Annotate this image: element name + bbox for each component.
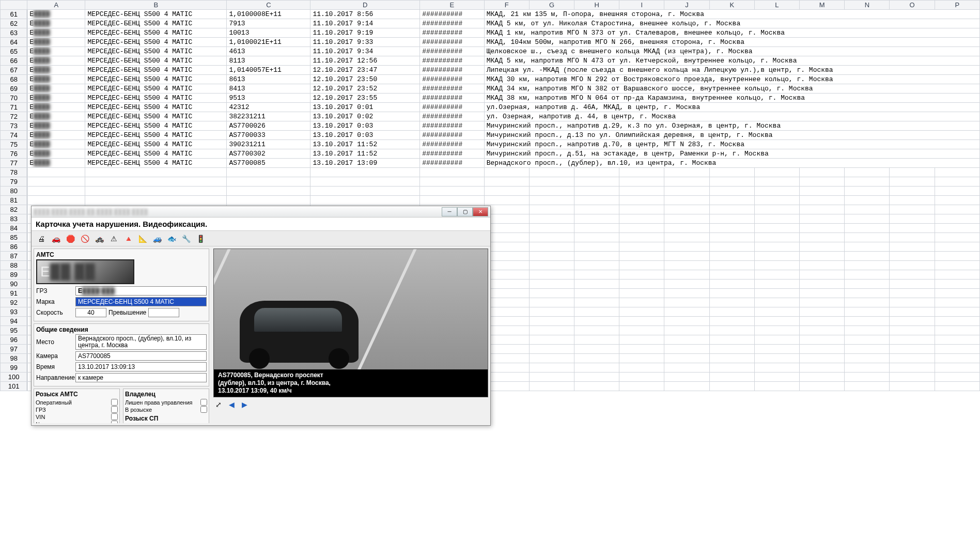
cell[interactable]	[754, 214, 799, 224]
cell[interactable]	[529, 270, 574, 280]
cell[interactable]	[529, 224, 574, 233]
cell[interactable]	[529, 168, 574, 177]
cell[interactable]	[709, 363, 754, 373]
row-number[interactable]: 99	[1, 363, 27, 373]
cell[interactable]	[664, 261, 709, 270]
cell[interactable]	[800, 289, 845, 298]
cell[interactable]	[619, 307, 664, 317]
cell[interactable]	[754, 345, 799, 354]
col-header-P[interactable]: P	[935, 1, 979, 10]
cell[interactable]: Е████	[27, 10, 85, 19]
cell[interactable]	[845, 354, 890, 363]
cell[interactable]	[800, 373, 845, 382]
row-number[interactable]: 91	[1, 289, 27, 298]
row-number[interactable]: 83	[1, 214, 27, 224]
cell[interactable]: Мичуринский просп., д.51, на эстакаде, в…	[484, 149, 979, 159]
cell[interactable]	[935, 270, 979, 280]
cell[interactable]	[529, 363, 574, 373]
cell[interactable]	[800, 335, 845, 345]
cell[interactable]	[800, 242, 845, 252]
cell[interactable]	[574, 233, 619, 242]
cell[interactable]: Е████	[27, 84, 85, 94]
cell[interactable]	[845, 289, 890, 298]
cell[interactable]	[619, 335, 664, 345]
cell[interactable]	[619, 289, 664, 298]
cell[interactable]	[709, 242, 754, 252]
row-number[interactable]: 64	[1, 38, 27, 47]
cell[interactable]	[529, 280, 574, 289]
cell[interactable]	[664, 270, 709, 280]
cell[interactable]	[664, 345, 709, 354]
cell[interactable]	[664, 242, 709, 252]
cell[interactable]: Е████	[27, 112, 85, 121]
cell[interactable]	[619, 270, 664, 280]
cell[interactable]: МЕРСЕДЕС-БЕНЦ S500 4 MATIC	[85, 103, 227, 112]
cell[interactable]	[619, 345, 664, 354]
cell[interactable]	[890, 205, 935, 214]
cell[interactable]	[935, 214, 979, 224]
row-number[interactable]: 78	[1, 168, 27, 177]
cell[interactable]: 13.10.2017 13:09	[310, 159, 420, 168]
cell[interactable]: Е████	[27, 94, 85, 103]
cell[interactable]	[800, 354, 845, 363]
toolbar-icon-9[interactable]: 🐟	[166, 233, 177, 244]
cell[interactable]: Е████	[27, 47, 85, 56]
cell[interactable]: 1,0140057E+11	[227, 66, 310, 75]
cell[interactable]	[709, 382, 754, 391]
cell[interactable]	[800, 298, 845, 307]
cell[interactable]	[619, 326, 664, 335]
cell[interactable]: МЕРСЕДЕС-БЕНЦ S500 4 MATIC	[85, 19, 227, 28]
direction-input[interactable]: к камере	[75, 373, 207, 382]
cell[interactable]	[709, 326, 754, 335]
cell[interactable]	[709, 224, 754, 233]
cell[interactable]	[845, 168, 890, 177]
cell[interactable]: 7913	[227, 19, 310, 28]
cell[interactable]	[935, 252, 979, 261]
cell[interactable]	[529, 354, 574, 363]
cell[interactable]	[574, 252, 619, 261]
cell[interactable]	[619, 363, 664, 373]
cell[interactable]: МЕРСЕДЕС-БЕНЦ S500 4 MATIC	[85, 149, 227, 159]
cell[interactable]	[800, 326, 845, 335]
cell[interactable]	[890, 373, 935, 382]
row-number[interactable]: 72	[1, 112, 27, 121]
cell[interactable]	[754, 187, 799, 196]
cell[interactable]	[664, 177, 709, 187]
toolbar-icon-8[interactable]: 🚙	[151, 233, 163, 244]
cell[interactable]	[484, 224, 529, 233]
cell[interactable]	[754, 363, 799, 373]
cell[interactable]	[845, 205, 890, 214]
col-header-A[interactable]: A	[27, 1, 85, 10]
row-number[interactable]: 92	[1, 298, 27, 307]
cell[interactable]	[709, 345, 754, 354]
cell[interactable]	[845, 214, 890, 224]
cell[interactable]	[529, 205, 574, 214]
row-number[interactable]: 89	[1, 270, 27, 280]
cell[interactable]: AS7700085	[227, 159, 310, 168]
cell[interactable]	[574, 242, 619, 252]
cell[interactable]	[484, 252, 529, 261]
cell[interactable]: 13.10.2017 0:03	[310, 131, 420, 140]
cell[interactable]: МКАД, 104км 500м, напротив МГО N 266, вн…	[484, 38, 979, 47]
cell[interactable]	[529, 373, 574, 382]
cell[interactable]	[664, 205, 709, 214]
cell[interactable]: МЕРСЕДЕС-БЕНЦ S500 4 MATIC	[85, 159, 227, 168]
cell[interactable]: ##########	[420, 112, 485, 121]
cell[interactable]	[574, 335, 619, 345]
cell[interactable]	[85, 177, 227, 187]
cell[interactable]	[484, 354, 529, 363]
cell[interactable]	[664, 373, 709, 382]
cell[interactable]	[845, 345, 890, 354]
cell[interactable]	[484, 382, 529, 391]
cell[interactable]: ##########	[420, 47, 485, 56]
row-number[interactable]: 90	[1, 280, 27, 289]
cell[interactable]: ##########	[420, 66, 485, 75]
cell[interactable]	[845, 196, 890, 205]
cell[interactable]	[619, 224, 664, 233]
cell[interactable]: Е████	[27, 75, 85, 84]
cell[interactable]	[484, 307, 529, 317]
cell[interactable]	[754, 280, 799, 289]
cell[interactable]	[529, 252, 574, 261]
cell[interactable]	[664, 233, 709, 242]
cell[interactable]: МЕРСЕДЕС-БЕНЦ S500 4 MATIC	[85, 56, 227, 66]
